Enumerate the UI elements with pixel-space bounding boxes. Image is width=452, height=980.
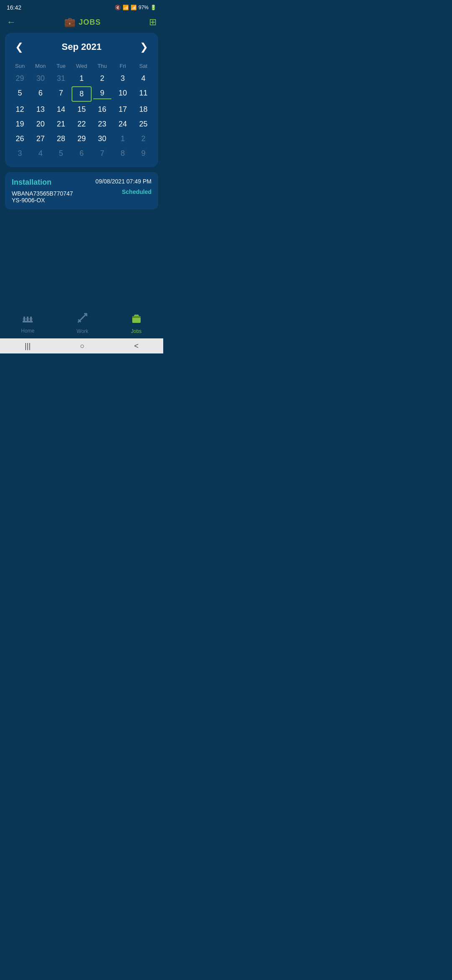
calendar-day[interactable]: 3 [10,147,30,160]
status-time: 16:42 [7,4,21,11]
calendar-day[interactable]: 30 [92,132,112,146]
status-bar: 16:42 🔇 📶 📶 97% 🔋 [0,0,163,13]
calendar-day[interactable]: 31 [51,72,71,85]
calendar-day[interactable]: 29 [10,72,30,85]
calendar-day[interactable]: 1 [113,132,133,146]
job-identifiers: WBANA73565B770747 YS-9006-OX [12,188,73,204]
calendar-day[interactable]: 25 [134,117,153,131]
header-center: 💼 JOBS [64,17,101,28]
calendar-day[interactable]: 27 [31,132,50,146]
grid-view-button[interactable]: ⊞ [149,17,157,28]
briefcase-icon: 💼 [64,17,75,28]
calendar-day[interactable]: 26 [10,132,30,146]
job-code: YS-9006-OX [12,197,73,204]
back-button[interactable]: ← [7,17,16,28]
calendar-day[interactable]: 18 [134,103,153,116]
calendar-day[interactable]: 7 [92,147,112,160]
calendar-month-year: Sep 2021 [62,41,101,52]
nav-label-home: Home [21,328,34,334]
calendar-day[interactable]: 9 [134,147,153,160]
work-icon [77,312,88,327]
next-month-button[interactable]: ❯ [135,39,153,54]
calendar-day[interactable]: 24 [113,117,133,131]
calendar-day[interactable]: 15 [72,103,91,116]
calendar-day[interactable]: 19 [10,117,30,131]
calendar-day[interactable]: 16 [92,103,112,116]
prev-month-button[interactable]: ❮ [10,39,28,54]
nav-label-work: Work [77,328,88,334]
day-header-tue: Tue [51,61,71,71]
calendar-day[interactable]: 1 [72,72,91,85]
app-header: ← 💼 JOBS ⊞ [0,13,163,33]
nav-label-jobs: Jobs [131,328,141,334]
job-card-top-row: Installation 09/08/2021 07:49 PM [12,178,152,187]
calendar-day[interactable]: 8 [113,147,133,160]
home-button[interactable]: ○ [80,342,85,351]
job-card-bottom-row: WBANA73565B770747 YS-9006-OX Scheduled [12,188,152,204]
calendar-day[interactable]: 2 [92,72,112,85]
nav-item-work[interactable]: Work [77,312,88,334]
nav-item-jobs[interactable]: Jobs [131,312,142,334]
calendar-day[interactable]: 5 [10,86,30,102]
calendar-day[interactable]: 22 [72,117,91,131]
calendar-day[interactable]: 20 [31,117,50,131]
job-card[interactable]: Installation 09/08/2021 07:49 PM WBANA73… [5,172,158,209]
battery-icon: 🔋 [150,5,157,10]
status-icons: 🔇 📶 📶 97% 🔋 [115,5,157,10]
calendar-day[interactable]: 3 [113,72,133,85]
job-status: Scheduled [122,188,152,195]
page-title: JOBS [79,18,101,27]
job-datetime: 09/08/2021 07:49 PM [95,178,152,185]
calendar-day[interactable]: 4 [31,147,50,160]
calendar-day[interactable]: 11 [134,86,153,102]
calendar-day[interactable]: 12 [10,103,30,116]
jobs-icon [131,312,142,327]
battery-text: 97% [139,5,149,10]
calendar-day[interactable]: 10 [113,86,133,102]
bottom-navigation: Home Work Jobs [0,308,163,338]
calendar-day-selected[interactable]: 8 [72,86,91,102]
day-header-fri: Fri [113,61,133,71]
day-header-sat: Sat [134,61,153,71]
calendar-day[interactable]: 2 [134,132,153,146]
calendar-day[interactable]: 14 [51,103,71,116]
mute-icon: 🔇 [115,5,121,10]
calendar-day[interactable]: 13 [31,103,50,116]
calendar-day[interactable]: 6 [72,147,91,160]
svg-rect-4 [23,318,33,320]
calendar-day[interactable]: 30 [31,72,50,85]
day-header-sun: Sun [10,61,30,71]
recent-apps-button[interactable]: ||| [25,342,31,351]
signal-icon: 📶 [131,5,137,10]
calendar-day[interactable]: 28 [51,132,71,146]
calendar-day[interactable]: 23 [92,117,112,131]
calendar-day-today[interactable]: 9 [92,86,112,102]
calendar: ❮ Sep 2021 ❯ Sun Mon Tue Wed Thu Fri Sat… [5,33,158,167]
calendar-day[interactable]: 5 [51,147,71,160]
calendar-day[interactable]: 29 [72,132,91,146]
day-header-mon: Mon [31,61,50,71]
day-header-thu: Thu [92,61,112,71]
calendar-day[interactable]: 6 [31,86,50,102]
nav-item-home[interactable]: Home [21,312,34,334]
day-header-wed: Wed [72,61,91,71]
calendar-header: ❮ Sep 2021 ❯ [10,39,153,54]
svg-rect-3 [23,321,33,322]
calendar-grid: Sun Mon Tue Wed Thu Fri Sat 29 30 31 1 2… [10,61,153,160]
calendar-day[interactable]: 21 [51,117,71,131]
back-system-button[interactable]: < [134,342,139,351]
calendar-day[interactable]: 17 [113,103,133,116]
wifi-icon: 📶 [123,5,129,10]
calendar-day[interactable]: 7 [51,86,71,102]
job-vin: WBANA73565B770747 [12,190,73,197]
svg-rect-13 [132,316,141,318]
calendar-day[interactable]: 4 [134,72,153,85]
system-nav-bar: ||| ○ < [0,338,163,353]
home-icon [22,312,33,326]
job-type: Installation [12,178,51,187]
